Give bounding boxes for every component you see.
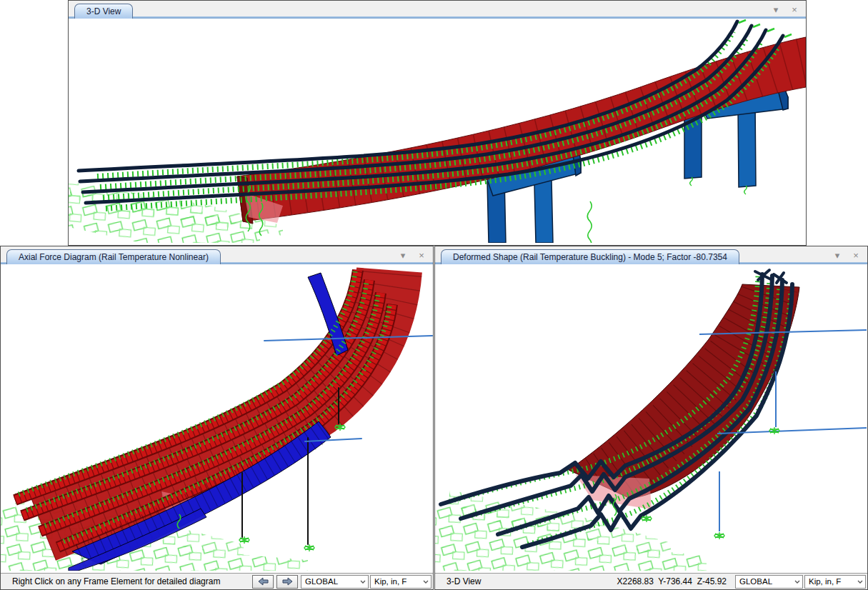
- coord-system-value: GLOBAL: [305, 577, 358, 586]
- status-hint: Right Click on any Frame Element for det…: [12, 576, 252, 586]
- tab-bar-3d-view: 3-D View ▾ ×: [69, 1, 806, 19]
- close-icon[interactable]: ×: [850, 249, 862, 261]
- status-bar-deformed: 3-D View X2268.83 Y-736.44 Z-45.92 GLOBA…: [435, 573, 867, 589]
- tab-bar-axial: Axial Force Diagram (Rail Temperature No…: [1, 246, 433, 264]
- units-select[interactable]: Kip, in, F: [804, 575, 866, 589]
- axial-force-scene[interactable]: [1, 264, 433, 571]
- tab-axial-force[interactable]: Axial Force Diagram (Rail Temperature No…: [6, 249, 221, 264]
- units-value: Kip, in, F: [374, 577, 421, 586]
- tab-deformed-shape[interactable]: Deformed Shape (Rail Temperature Bucklin…: [441, 249, 739, 264]
- close-icon[interactable]: ×: [789, 4, 800, 15]
- chevron-down-icon: [855, 580, 865, 584]
- coord-system-select[interactable]: GLOBAL: [301, 575, 369, 589]
- right-arrow-icon: [282, 577, 293, 586]
- prev-arrow-button[interactable]: [252, 575, 274, 589]
- coord-system-value: GLOBAL: [739, 577, 792, 586]
- coord-system-select[interactable]: GLOBAL: [735, 575, 803, 589]
- units-select[interactable]: Kip, in, F: [370, 575, 431, 589]
- close-icon[interactable]: ×: [416, 249, 427, 261]
- chevron-down-icon: [421, 580, 431, 584]
- window-3d-view: 3-D View ▾ ×: [68, 0, 807, 246]
- tab-3d-view[interactable]: 3-D View: [74, 4, 133, 19]
- window-deformed-shape: Deformed Shape (Rail Temperature Bucklin…: [434, 246, 868, 590]
- window-menu-icon[interactable]: ▾: [832, 249, 843, 261]
- viewport-deformed-shape[interactable]: [435, 264, 867, 573]
- tab-bar-deformed: Deformed Shape (Rail Temperature Bucklin…: [435, 246, 867, 264]
- tab-axial-force-label: Axial Force Diagram (Rail Temperature No…: [19, 252, 209, 262]
- tab-deformed-shape-label: Deformed Shape (Rail Temperature Bucklin…: [453, 252, 727, 262]
- viewport-axial-force[interactable]: [1, 264, 433, 573]
- bridge-3d-scene[interactable]: [69, 19, 806, 243]
- window-menu-icon[interactable]: ▾: [397, 249, 409, 261]
- chevron-down-icon: [358, 580, 368, 584]
- chevron-down-icon: [792, 580, 802, 584]
- viewport-3d-view[interactable]: [69, 19, 806, 245]
- units-value: Kip, in, F: [809, 577, 855, 586]
- left-arrow-icon: [258, 577, 269, 586]
- next-arrow-button[interactable]: [276, 575, 298, 589]
- status-bar-axial: Right Click on any Frame Element for det…: [1, 573, 433, 589]
- cursor-coordinates: X2268.83 Y-736.44 Z-45.92: [617, 576, 727, 586]
- tab-3d-view-label: 3-D View: [86, 6, 121, 16]
- deformed-shape-scene[interactable]: [435, 264, 867, 571]
- window-menu-icon[interactable]: ▾: [770, 4, 782, 15]
- status-view-label: 3-D View: [447, 576, 481, 586]
- window-axial-force: Axial Force Diagram (Rail Temperature No…: [0, 246, 434, 590]
